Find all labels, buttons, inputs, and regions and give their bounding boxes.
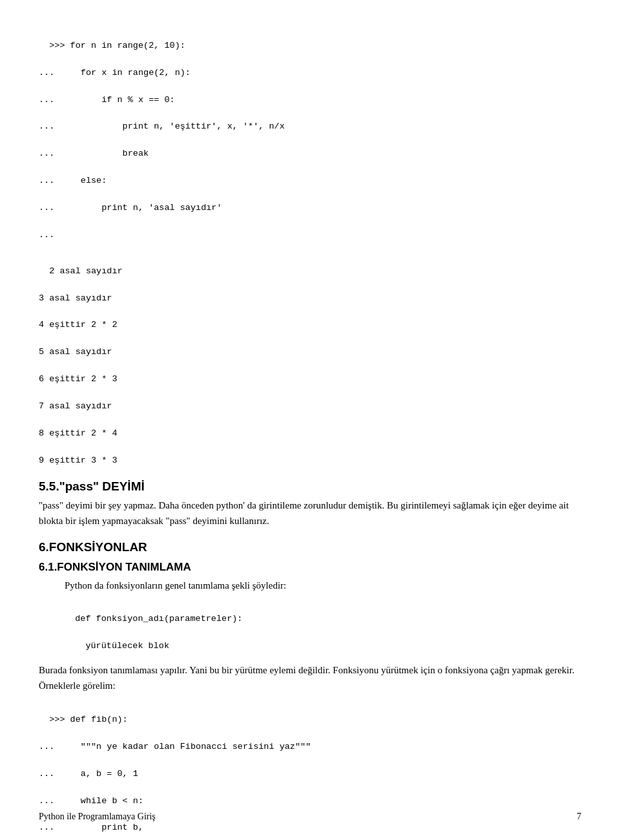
section-55-text: "pass" deyimi bir şey yapmaz. Daha önced… bbox=[39, 498, 581, 529]
footer-title: Python ile Programlamaya Giriş bbox=[39, 812, 156, 822]
footer-page-number: 7 bbox=[577, 812, 581, 822]
text-after-def: Burada fonksiyon tanımlaması yapılır. Ya… bbox=[39, 662, 581, 693]
section-6-title: 6.FONKSİYONLAR bbox=[39, 540, 581, 554]
output-block-for-loop: 2 asal sayıdır 3 asal sayıdır 4 eşittir … bbox=[39, 251, 581, 468]
code-block-for-loop: >>> for n in range(2, 10): ... for x in … bbox=[39, 26, 581, 242]
page-footer: Python ile Programlamaya Giriş 7 bbox=[0, 812, 620, 822]
section-61-intro: Python da fonksiyonların genel tanımlama… bbox=[65, 578, 581, 593]
section-61-title: 6.1.FONKSİYON TANIMLAMA bbox=[39, 561, 581, 574]
section-55-title: 5.5."pass" DEYİMİ bbox=[39, 479, 581, 494]
code-block-def-syntax: def fonksiyon_adı(parametreler): yürütül… bbox=[65, 600, 581, 654]
